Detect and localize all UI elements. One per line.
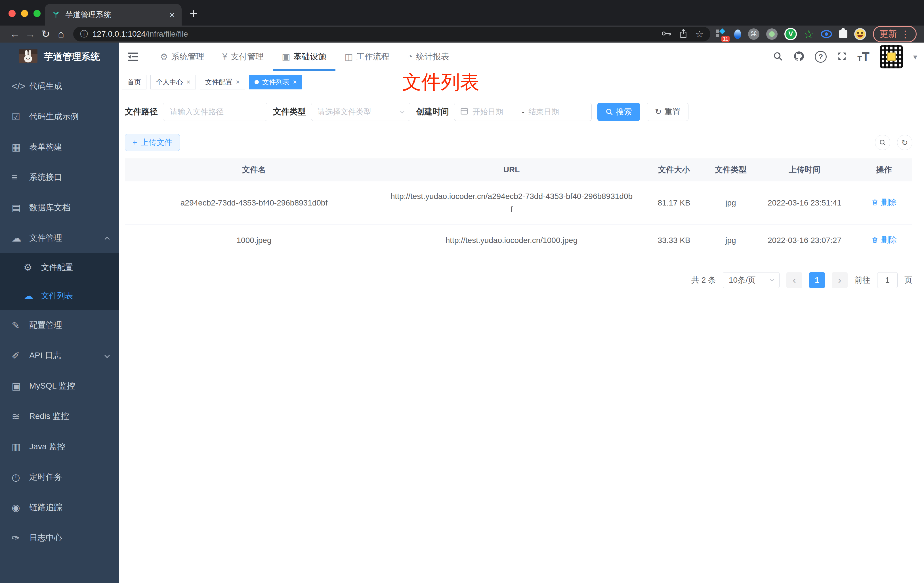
- nav-workflow[interactable]: ◫ 工作流程: [335, 43, 398, 71]
- search-button[interactable]: 搜索: [597, 103, 640, 121]
- cell-file-name: a294ecb2-73dd-4353-bf40-296b8931d0bf: [125, 181, 383, 225]
- dot-extension-icon[interactable]: [766, 28, 777, 40]
- reset-button[interactable]: ↻ 重置: [647, 103, 688, 121]
- sidebar-item-scheduled-tasks[interactable]: ◷ 定时任务: [0, 462, 119, 492]
- tag-file-list-active[interactable]: 文件列表 ×: [249, 74, 302, 89]
- current-page-button[interactable]: 1: [809, 272, 825, 288]
- sidebar-item-log-center[interactable]: ✑ 日志中心: [0, 522, 119, 553]
- address-bar[interactable]: ⓘ 127.0.0.1:1024 /infra/file/file ☆: [73, 27, 710, 41]
- tag-home[interactable]: 首页: [122, 74, 147, 89]
- close-icon[interactable]: ×: [293, 79, 297, 86]
- sidebar-logo[interactable]: 芋道管理系统: [0, 43, 119, 71]
- browser-menu-icon[interactable]: ⋮: [901, 28, 910, 40]
- sidebar-collapse-icon[interactable]: [123, 43, 142, 71]
- sidebar-item-java-monitor[interactable]: ▥ Java 监控: [0, 431, 119, 462]
- sidebar-item-code-gen[interactable]: </> 代码生成: [0, 71, 119, 101]
- password-key-icon[interactable]: [661, 30, 672, 38]
- fullscreen-icon[interactable]: [837, 51, 847, 63]
- delete-button[interactable]: 删除: [871, 233, 897, 246]
- home-icon[interactable]: ⌂: [53, 29, 69, 39]
- extension-badge-icon[interactable]: 11: [715, 28, 727, 40]
- close-window-button[interactable]: [8, 10, 16, 17]
- page-unit-label: 页: [904, 275, 912, 286]
- chart-box-icon: ▣: [12, 380, 29, 392]
- sidebar-item-file-config[interactable]: ⚙ 文件配置: [0, 253, 119, 282]
- tab-close-icon[interactable]: ×: [170, 10, 175, 19]
- back-icon[interactable]: ←: [7, 29, 23, 39]
- tag-profile[interactable]: 个人中心 ×: [150, 74, 196, 89]
- cell-upload-time: 2022-03-16 23:51:41: [754, 181, 856, 225]
- v-extension-icon[interactable]: V: [784, 28, 797, 40]
- sidebar-item-form-builder[interactable]: ▦ 表单构建: [0, 132, 119, 162]
- maximize-window-button[interactable]: [33, 10, 41, 17]
- date-range-picker[interactable]: -: [454, 103, 592, 121]
- extensions-puzzle-icon[interactable]: [839, 30, 847, 38]
- show-search-button[interactable]: [875, 135, 890, 150]
- sidebar-item-db-doc[interactable]: ▤ 数据库文档: [0, 192, 119, 223]
- goto-page-input[interactable]: [877, 272, 898, 288]
- user-avatar[interactable]: [880, 45, 903, 68]
- site-info-icon[interactable]: ⓘ: [80, 29, 88, 40]
- upload-file-button[interactable]: + 上传文件: [125, 134, 180, 151]
- prev-page-button[interactable]: ‹: [786, 272, 802, 288]
- database-table-icon: ▤: [12, 202, 29, 213]
- balloon-extension-icon[interactable]: [734, 30, 741, 39]
- end-date-input[interactable]: [528, 107, 574, 116]
- bookmark-star-icon[interactable]: ☆: [695, 29, 703, 40]
- sidebar-item-file-list[interactable]: ☁ 文件列表: [0, 282, 119, 310]
- sidebar-item-tracing[interactable]: ◉ 链路追踪: [0, 492, 119, 522]
- sidebar-item-code-gen-demo[interactable]: ☑ 代码生成示例: [0, 101, 119, 132]
- share-icon[interactable]: [680, 29, 687, 40]
- close-icon[interactable]: ×: [186, 79, 190, 86]
- file-type-select[interactable]: 请选择文件类型: [311, 103, 410, 121]
- refresh-table-button[interactable]: ↻: [897, 135, 912, 150]
- cloud-upload-icon: ☁: [23, 290, 41, 301]
- command-extension-icon[interactable]: ⌘: [748, 28, 759, 40]
- nav-system-management[interactable]: ⚙ 系统管理: [151, 43, 213, 71]
- close-icon[interactable]: ×: [236, 79, 240, 86]
- next-page-button[interactable]: ›: [832, 272, 848, 288]
- nav-infrastructure[interactable]: ▣ 基础设施: [273, 43, 335, 71]
- file-path-input[interactable]: [163, 103, 267, 121]
- help-icon[interactable]: ?: [815, 51, 827, 63]
- refresh-icon: ↻: [655, 108, 662, 116]
- star-extension-icon[interactable]: ☆: [804, 28, 814, 40]
- minimize-window-button[interactable]: [21, 10, 28, 17]
- col-url: URL: [383, 159, 640, 181]
- sidebar-item-config-management[interactable]: ✎ 配置管理: [0, 310, 119, 340]
- start-date-input[interactable]: [472, 107, 518, 116]
- update-label: 更新: [879, 28, 897, 40]
- sidebar-item-system-api[interactable]: ≡ 系统接口: [0, 162, 119, 192]
- sidebar-item-redis-monitor[interactable]: ≋ Redis 监控: [0, 401, 119, 431]
- sidebar-item-mysql-monitor[interactable]: ▣ MySQL 监控: [0, 371, 119, 401]
- new-tab-button[interactable]: +: [190, 6, 198, 21]
- file-table: 文件名 URL 文件大小 文件类型 上传时间 操作 a294ecb2-73dd-…: [125, 159, 912, 256]
- cell-file-type: jpg: [708, 181, 754, 225]
- sidebar-item-file-management[interactable]: ☁ 文件管理: [0, 223, 119, 253]
- active-dot: [254, 80, 259, 84]
- nav-payment-management[interactable]: ¥ 支付管理: [213, 43, 273, 71]
- reload-icon[interactable]: ↻: [38, 29, 53, 39]
- search-icon[interactable]: [773, 51, 783, 63]
- avatar-caret-down-icon[interactable]: ▾: [913, 52, 917, 61]
- browser-tab[interactable]: 芋道管理系统 ×: [45, 4, 182, 26]
- eye-extension-icon[interactable]: [821, 30, 832, 38]
- sidebar-menu: </> 代码生成 ☑ 代码生成示例 ▦ 表单构建 ≡ 系统接口 ▤ 数据库文档 …: [0, 71, 119, 553]
- page-size-select[interactable]: 10条/页: [723, 272, 780, 288]
- cell-url: http://test.yudao.iocoder.cn/a294ecb2-73…: [383, 181, 640, 225]
- col-upload-time: 上传时间: [754, 159, 856, 181]
- profile-avatar[interactable]: [854, 28, 866, 40]
- sliders-icon: ≡: [12, 172, 29, 183]
- filter-form: 文件路径 文件类型 请选择文件类型 创建时间 -: [125, 103, 912, 121]
- nav-statistics[interactable]: ◔ 统计报表: [398, 43, 458, 71]
- font-size-icon[interactable]: TT: [857, 52, 870, 61]
- cell-file-name: 1000.jpeg: [125, 225, 383, 256]
- sidebar-item-api-log[interactable]: ✐ API 日志: [0, 340, 119, 371]
- forward-icon[interactable]: →: [23, 29, 38, 39]
- github-icon[interactable]: [793, 51, 805, 63]
- tag-file-config[interactable]: 文件配置 ×: [200, 74, 245, 89]
- file-type-label: 文件类型: [273, 106, 306, 117]
- browser-update-button[interactable]: 更新 ⋮: [873, 26, 917, 42]
- chevron-down-icon: [400, 109, 405, 113]
- delete-button[interactable]: 删除: [871, 196, 897, 209]
